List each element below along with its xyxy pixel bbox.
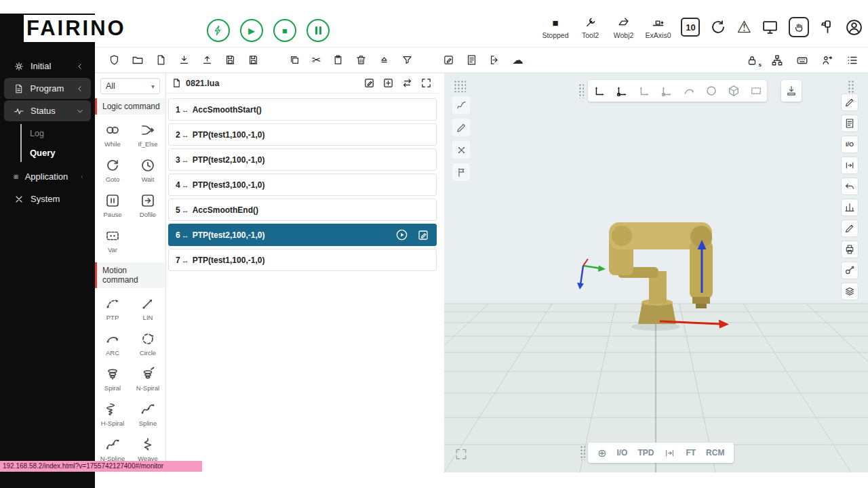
log-list-button[interactable] [846,54,859,66]
palette-item-while[interactable]: While [95,117,130,152]
measure-button[interactable] [452,119,470,136]
script-button[interactable] [466,54,477,66]
world-frame-button[interactable] [633,80,655,102]
joint-drive-button[interactable] [841,262,859,279]
plane-view-button[interactable] [745,80,767,102]
trace-view-button[interactable] [452,96,470,114]
stop-button[interactable]: ■ [273,19,296,42]
pause-button[interactable] [307,19,330,42]
hierarchy-button[interactable] [771,54,783,66]
palette-item-wait[interactable]: Wait [130,152,165,188]
probe-button[interactable] [452,163,470,181]
import-model-button[interactable] [781,80,802,102]
palette-item-nspiral[interactable]: N-Spiral [130,361,165,396]
copy-button[interactable] [289,54,300,66]
axis-chart-button[interactable] [841,199,859,216]
drag-teach-button[interactable] [789,17,809,37]
viewport-fullscreen-button[interactable] [452,445,470,463]
rename-program-button[interactable] [363,77,375,89]
pose-edit-button[interactable] [841,94,859,111]
path-view-button[interactable] [677,80,700,102]
warning-icon[interactable]: ⚠ [736,19,751,35]
edit-mode-button[interactable] [443,54,454,66]
sidebar-item-program[interactable]: Program [4,78,91,99]
cloud-button[interactable]: ☁ [512,55,523,66]
monitor-button[interactable] [762,19,778,36]
export-button[interactable] [201,54,213,66]
io-panel-button[interactable]: I/O [841,136,859,153]
palette-item-circle[interactable]: Circle [130,326,165,361]
robot-state-indicator[interactable]: ■ Stopped [542,15,568,39]
palette-item-spline[interactable]: Spline [130,396,165,432]
palette-item-dofile[interactable]: Dofile [130,188,165,223]
submenu-item-query[interactable]: Query [30,143,95,162]
bottom-drag-handle[interactable] [580,445,585,460]
cut-button[interactable]: ✂ [312,55,321,66]
palette-item-ptp[interactable]: PTP [95,291,130,326]
import-button[interactable] [178,54,190,66]
palette-item-ifelse[interactable]: If_Else [130,117,165,152]
sidebar-item-status[interactable]: Status [4,100,91,121]
sidebar-item-system[interactable]: System [4,188,91,209]
toolbar-drag-handle[interactable] [578,83,584,98]
palette-item-lin[interactable]: LIN [130,291,165,326]
io-tab[interactable]: I/O [616,448,627,458]
section-button[interactable] [452,141,470,159]
program-line-3[interactable]: 3↔ PTP(test2,100,-1,0) [168,148,437,171]
url-bar[interactable]: 192.168.58.2/index.html?v=1755742127400#… [0,461,202,472]
sidebar-item-initial[interactable]: Initial [4,56,91,77]
rcm-tab[interactable]: RCM [706,448,724,458]
palette-item-arc[interactable]: ARC [95,326,130,361]
power-button[interactable] [207,19,230,42]
switch-program-button[interactable] [401,77,413,89]
step-tab[interactable] [664,447,675,459]
palette-item-pause[interactable]: Pause [95,188,130,223]
step-run-button[interactable] [841,157,859,174]
program-line-4[interactable]: 4↔ PTP(test3,100,-1,0) [168,174,437,196]
run-button[interactable]: ▶ [240,19,263,42]
add-point-button[interactable]: ⊕ [597,447,606,460]
program-line-6-selected[interactable]: 6↔ PTP(test2,100,-1,0) [168,224,437,246]
layers-button[interactable] [841,283,859,300]
cube-view-button[interactable] [722,80,745,102]
tool-indicator[interactable]: Tool2 [579,15,602,39]
tool-frame-button[interactable] [588,80,610,102]
base-frame-button[interactable] [610,80,633,102]
refresh-button[interactable] [710,19,726,35]
palette-item-hspiral[interactable]: H-Spiral [95,396,130,432]
speed-value-box[interactable]: 10 [681,18,700,37]
protect-button[interactable] [108,54,120,66]
run-line-button[interactable] [395,228,408,241]
orbit-view-button[interactable] [700,80,722,102]
program-line-1[interactable]: 1↔ AccSmoothStart() [168,98,437,121]
program-panel-button[interactable] [841,115,859,132]
palette-item-goto[interactable]: Goto [95,152,130,188]
device-panel-button[interactable] [841,241,859,258]
edit-line-button[interactable] [417,229,429,241]
palette-item-var[interactable]: Var [95,223,130,258]
filter-button[interactable] [401,54,413,66]
expand-editor-button[interactable] [420,77,432,89]
command-filter-dropdown[interactable]: All ▾ [100,78,160,94]
safety-lock-button[interactable]: s [746,54,758,66]
undo-move-button[interactable] [841,178,859,195]
exit-button[interactable] [489,54,500,66]
draw-path-button[interactable] [841,220,859,237]
ft-tab[interactable]: FT [686,448,696,458]
new-file-button[interactable] [155,54,167,66]
wobj-indicator[interactable]: Wobj2 [612,15,635,39]
eject-button[interactable] [378,54,390,66]
sidebar-item-application[interactable]: Application [4,166,91,187]
paste-button[interactable] [332,54,344,66]
switch-user-button[interactable] [821,54,833,66]
save-button[interactable] [224,54,236,66]
3d-scene[interactable] [444,73,868,472]
3d-viewport[interactable]: I/O ⊕ I/O TPD FT RCM [444,73,868,472]
program-line-7[interactable]: 7↔ PTP(test1,100,-1,0) [168,249,437,271]
tpd-tab[interactable]: TPD [637,448,654,458]
submenu-item-log[interactable]: Log [30,124,95,143]
save-as-button[interactable] [248,54,259,66]
program-line-5[interactable]: 5↔ AccSmoothEnd() [168,199,437,221]
account-button[interactable] [846,19,863,36]
open-folder-button[interactable] [132,54,144,66]
